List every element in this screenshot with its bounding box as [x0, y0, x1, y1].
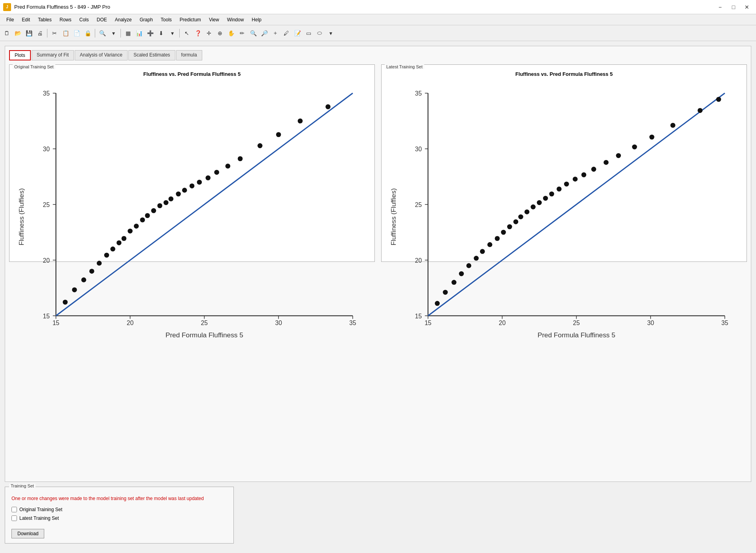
toolbar-crosshair[interactable]: ＋ — [270, 28, 280, 38]
toolbar-brush[interactable]: ✏ — [237, 28, 247, 38]
svg-point-46 — [226, 164, 231, 169]
toolbar-plus-cursor[interactable]: ✛ — [204, 28, 214, 38]
latest-training-set-label: Latest Training Set — [19, 515, 59, 521]
toolbar-more2[interactable]: ▾ — [325, 28, 336, 38]
menu-doe[interactable]: DOE — [94, 16, 110, 24]
plots-area: Original Training Set Fluffiness vs. Pre… — [9, 64, 747, 262]
original-chart-svg: Fluffiness (Fluffies) 15 20 — [13, 80, 371, 347]
menu-analyze[interactable]: Analyze — [112, 16, 135, 24]
toolbar-import[interactable]: ⬇ — [156, 28, 166, 38]
toolbar-cut[interactable]: ✂ — [49, 28, 60, 38]
toolbar-globe[interactable]: ⊕ — [215, 28, 225, 38]
latest-chart-inner: Fluffiness vs. Pred Formula Fluffiness 5… — [382, 65, 747, 261]
svg-text:30: 30 — [647, 320, 654, 326]
svg-text:20: 20 — [43, 257, 50, 264]
toolbar-ellipse[interactable]: ⬭ — [314, 28, 325, 38]
toolbar-search[interactable]: 🔍 — [97, 28, 107, 38]
svg-point-24 — [72, 287, 77, 292]
toolbar-select[interactable]: ↖ — [182, 28, 192, 38]
toolbar-save[interactable]: 💾 — [24, 28, 34, 38]
tab-analysis-of-variance[interactable]: Analysis of Variance — [75, 50, 128, 60]
training-set-section: Training Set One or more changes were ma… — [5, 487, 751, 548]
toolbar-sep2 — [95, 29, 95, 38]
toolbar-more[interactable]: ▾ — [167, 28, 177, 38]
svg-text:30: 30 — [415, 146, 422, 152]
minimize-button[interactable]: − — [714, 2, 726, 12]
toolbar-pen[interactable]: 🖊 — [281, 28, 291, 38]
menu-tools[interactable]: Tools — [158, 16, 175, 24]
menu-help[interactable]: Help — [248, 16, 265, 24]
svg-text:35: 35 — [415, 90, 422, 97]
tab-plots[interactable]: Plots — [9, 50, 31, 60]
original-training-set-checkbox[interactable] — [11, 507, 17, 512]
menu-cols[interactable]: Cols — [76, 16, 92, 24]
menu-file[interactable]: File — [3, 16, 17, 24]
original-group-label: Original Training Set — [13, 64, 55, 69]
toolbar-zoom-out[interactable]: 🔍 — [248, 28, 258, 38]
latest-chart-title: Fluffiness vs. Pred Formula Fluffiness 5 — [385, 71, 743, 77]
svg-point-89 — [530, 205, 536, 210]
toolbar: 🗒 📂 💾 🖨 ✂ 📋 📄 🔒 🔍 ▾ ▦ 📊 ➕ ⬇ ▾ ↖ ❓ ✛ ⊕ ✋ … — [0, 25, 756, 41]
menu-predictum[interactable]: Predictum — [177, 16, 204, 24]
menu-view[interactable]: View — [206, 16, 222, 24]
svg-point-34 — [140, 217, 145, 222]
download-button[interactable]: Download — [11, 529, 44, 538]
toolbar-rect[interactable]: ▭ — [303, 28, 314, 38]
original-chart-inner: Fluffiness vs. Pred Formula Fluffiness 5… — [9, 65, 374, 261]
svg-point-98 — [604, 160, 609, 165]
svg-point-80 — [474, 256, 479, 261]
title-bar-left: J Pred Formula Fluffiness 5 - 849 - JMP … — [3, 3, 110, 11]
svg-text:25: 25 — [201, 320, 208, 326]
toolbar-search-arrow[interactable]: ▾ — [108, 28, 118, 38]
menu-bar: File Edit Tables Rows Cols DOE Analyze G… — [0, 14, 756, 25]
toolbar-chart[interactable]: 📊 — [134, 28, 144, 38]
svg-point-44 — [205, 175, 211, 181]
svg-text:15: 15 — [425, 320, 432, 326]
toolbar-add-col[interactable]: ➕ — [145, 28, 155, 38]
analysis-panel: Plots Summary of Fit Analysis of Varianc… — [5, 46, 751, 482]
menu-rows[interactable]: Rows — [56, 16, 75, 24]
tab-formula[interactable]: formula — [176, 50, 202, 60]
maximize-button[interactable]: □ — [728, 2, 739, 12]
svg-point-29 — [110, 246, 115, 252]
toolbar-open[interactable]: 📂 — [13, 28, 23, 38]
toolbar-query[interactable]: ❓ — [193, 28, 203, 38]
toolbar-zoom-in[interactable]: 🔎 — [259, 28, 269, 38]
toolbar-annotate[interactable]: 📝 — [292, 28, 303, 38]
menu-edit[interactable]: Edit — [19, 16, 33, 24]
menu-tables[interactable]: Tables — [35, 16, 55, 24]
original-y-label: Fluffiness (Fluffies) — [17, 188, 25, 246]
svg-point-86 — [513, 219, 519, 224]
toolbar-copy[interactable]: 📋 — [60, 28, 71, 38]
close-button[interactable]: ✕ — [741, 2, 753, 12]
svg-point-38 — [164, 200, 169, 205]
tab-scaled-estimates[interactable]: Scaled Estimates — [128, 50, 175, 60]
toolbar-new[interactable]: 🗒 — [2, 28, 12, 38]
svg-point-42 — [190, 183, 195, 188]
svg-point-88 — [525, 209, 530, 214]
toolbar-hand[interactable]: ✋ — [226, 28, 236, 38]
svg-point-102 — [670, 123, 675, 128]
toolbar-paste[interactable]: 📄 — [71, 28, 82, 38]
tab-summary-of-fit[interactable]: Summary of Fit — [32, 50, 74, 60]
toolbar-table[interactable]: ▦ — [123, 28, 133, 38]
latest-training-set-checkbox[interactable] — [11, 515, 17, 521]
svg-point-47 — [238, 156, 243, 161]
svg-text:25: 25 — [415, 201, 422, 208]
training-set-warning: One or more changes were made to the mod… — [11, 495, 227, 502]
svg-text:35: 35 — [349, 320, 356, 326]
svg-point-101 — [649, 135, 654, 140]
svg-text:25: 25 — [573, 320, 580, 326]
toolbar-lock[interactable]: 🔒 — [83, 28, 93, 38]
svg-point-93 — [557, 186, 562, 192]
toolbar-print[interactable]: 🖨 — [35, 28, 45, 38]
menu-graph[interactable]: Graph — [136, 16, 156, 24]
svg-point-82 — [487, 242, 493, 247]
svg-text:35: 35 — [43, 90, 50, 97]
svg-point-36 — [151, 208, 156, 213]
menu-window[interactable]: Window — [224, 16, 247, 24]
svg-point-77 — [451, 280, 457, 285]
svg-point-30 — [117, 240, 122, 245]
training-set-panel: Training Set One or more changes were ma… — [5, 487, 234, 544]
svg-point-94 — [564, 182, 569, 187]
